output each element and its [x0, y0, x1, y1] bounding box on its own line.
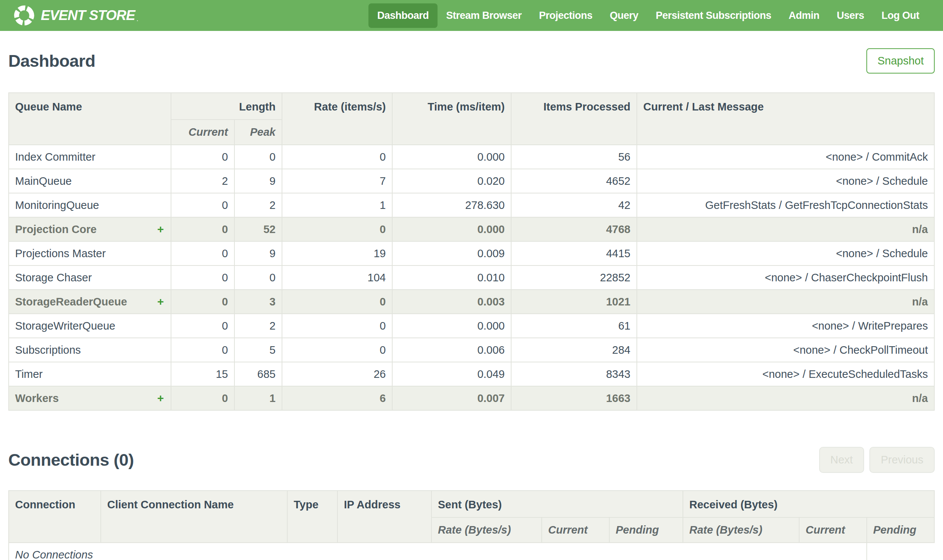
col-header-sent-current: Current: [542, 517, 609, 543]
queue-row: Projections Master 0 9 19 0.009 4415 <no…: [9, 242, 934, 266]
queue-group-row: Workers + 0 1 6 0.007 1663 n/a: [9, 386, 934, 410]
col-header-received-bytes: Received (Bytes): [683, 491, 934, 517]
queue-message-cell: n/a: [637, 289, 934, 314]
queue-current-cell: 0: [171, 193, 235, 217]
queue-rate-cell: 0: [282, 289, 392, 314]
queues-table: Queue Name Length Rate (items/s) Time (m…: [8, 92, 935, 411]
queue-message-cell: GetFreshStats / GetFreshTcpConnectionSta…: [637, 193, 934, 217]
connections-header: Connections (0) Next Previous: [8, 447, 935, 473]
col-header-length: Length: [171, 93, 282, 120]
queue-items-cell: 8343: [511, 362, 637, 386]
nav-item-log-out[interactable]: Log Out: [873, 3, 928, 28]
nav-item-dashboard[interactable]: Dashboard: [369, 3, 438, 28]
queue-current-cell: 0: [171, 314, 235, 338]
queue-rate-cell: 19: [282, 242, 392, 266]
col-header-length-peak: Peak: [235, 120, 282, 145]
nav-item-query[interactable]: Query: [601, 3, 647, 28]
queue-time-cell: 278.630: [392, 193, 511, 217]
col-header-sent-pending: Pending: [609, 517, 683, 543]
queue-current-cell: 0: [171, 242, 235, 266]
nav-item-users[interactable]: Users: [828, 3, 873, 28]
queue-name-cell: StorageWriterQueue: [9, 314, 171, 338]
queue-current-cell: 0: [171, 145, 235, 169]
queue-rate-cell: 7: [282, 169, 392, 193]
col-header-ip-address: IP Address: [338, 491, 432, 543]
col-header-received-pending: Pending: [867, 517, 934, 543]
queue-group-row: Projection Core + 0 52 0 0.000 4768 n/a: [9, 217, 934, 242]
queue-name-cell: Subscriptions: [9, 338, 171, 362]
col-header-rate: Rate (items/s): [282, 93, 392, 145]
queue-items-cell: 42: [511, 193, 637, 217]
queue-current-cell: 0: [171, 266, 235, 289]
no-connections-message: No Connections: [9, 543, 867, 560]
queue-message-cell: <none> / CommitAck: [637, 145, 934, 169]
queue-time-cell: 0.009: [392, 242, 511, 266]
queue-peak-cell: 5: [235, 338, 282, 362]
brand-logo[interactable]: EVENT STORE .: [14, 5, 138, 26]
queue-current-cell: 2: [171, 169, 235, 193]
queue-items-cell: 56: [511, 145, 637, 169]
queue-message-cell: <none> / WritePrepares: [637, 314, 934, 338]
snapshot-button[interactable]: Snapshot: [866, 48, 935, 74]
main-content: Dashboard Snapshot Queue Name Length Rat…: [0, 48, 943, 560]
expand-plus-icon[interactable]: +: [157, 392, 165, 405]
previous-button[interactable]: Previous: [869, 447, 935, 473]
queue-time-cell: 0.007: [392, 386, 511, 410]
pager: Next Previous: [819, 447, 935, 473]
col-header-connection: Connection: [9, 491, 101, 543]
col-header-type: Type: [287, 491, 338, 543]
page-header: Dashboard Snapshot: [8, 48, 935, 74]
queue-items-cell: 284: [511, 338, 637, 362]
queue-name-cell: StorageReaderQueue: [15, 295, 127, 308]
queue-current-cell: 15: [171, 362, 235, 386]
queue-message-cell: <none> / ChaserCheckpointFlush: [637, 266, 934, 289]
queue-message-cell: <none> / Schedule: [637, 242, 934, 266]
brand-trademark: .: [136, 15, 138, 23]
next-button[interactable]: Next: [819, 447, 864, 473]
queue-message-cell: <none> / CheckPollTimeout: [637, 338, 934, 362]
queue-peak-cell: 2: [235, 193, 282, 217]
queue-time-cell: 0.010: [392, 266, 511, 289]
queue-rate-cell: 104: [282, 266, 392, 289]
queue-name-cell: MonitoringQueue: [9, 193, 171, 217]
expand-plus-icon[interactable]: +: [157, 223, 165, 236]
nav-item-projections[interactable]: Projections: [530, 3, 601, 28]
queue-current-cell: 0: [171, 289, 235, 314]
queue-row: Subscriptions 0 5 0 0.006 284 <none> / C…: [9, 338, 934, 362]
queue-peak-cell: 685: [235, 362, 282, 386]
nav-item-persistent-subscriptions[interactable]: Persistent Subscriptions: [647, 3, 780, 28]
queue-time-cell: 0.000: [392, 145, 511, 169]
queue-name-cell: Projections Master: [9, 242, 171, 266]
nav-item-admin[interactable]: Admin: [780, 3, 828, 28]
no-connections-row: No Connections: [9, 543, 934, 560]
queue-name-cell: Storage Chaser: [9, 266, 171, 289]
queue-peak-cell: 0: [235, 266, 282, 289]
col-header-time: Time (ms/item): [392, 93, 511, 145]
queue-group-row: StorageReaderQueue + 0 3 0 0.003 1021 n/…: [9, 289, 934, 314]
queue-row: StorageWriterQueue 0 2 0 0.000 61 <none>…: [9, 314, 934, 338]
queue-peak-cell: 9: [235, 242, 282, 266]
queue-name-cell: Workers: [15, 392, 59, 405]
queue-peak-cell: 9: [235, 169, 282, 193]
queue-message-cell: <none> / Schedule: [637, 169, 934, 193]
queue-time-cell: 0.000: [392, 314, 511, 338]
col-header-length-current: Current: [171, 120, 235, 145]
queue-message-cell: n/a: [637, 386, 934, 410]
queue-items-cell: 4768: [511, 217, 637, 242]
queue-peak-cell: 1: [235, 386, 282, 410]
queue-message-cell: <none> / ExecuteScheduledTasks: [637, 362, 934, 386]
queue-items-cell: 22852: [511, 266, 637, 289]
queue-peak-cell: 3: [235, 289, 282, 314]
empty-ghost-cell: [867, 543, 934, 560]
queue-peak-cell: 0: [235, 145, 282, 169]
queue-items-cell: 4652: [511, 169, 637, 193]
col-header-client-connection-name: Client Connection Name: [101, 491, 287, 543]
nav-menu: Dashboard Stream Browser Projections Que…: [369, 3, 928, 28]
queue-time-cell: 0.003: [392, 289, 511, 314]
connections-title: Connections (0): [8, 450, 134, 470]
expand-plus-icon[interactable]: +: [157, 295, 165, 308]
connections-table: Connection Client Connection Name Type I…: [8, 490, 935, 560]
nav-item-stream-browser[interactable]: Stream Browser: [438, 3, 530, 28]
queue-rate-cell: 0: [282, 314, 392, 338]
queue-row: MonitoringQueue 0 2 1 278.630 42 GetFres…: [9, 193, 934, 217]
